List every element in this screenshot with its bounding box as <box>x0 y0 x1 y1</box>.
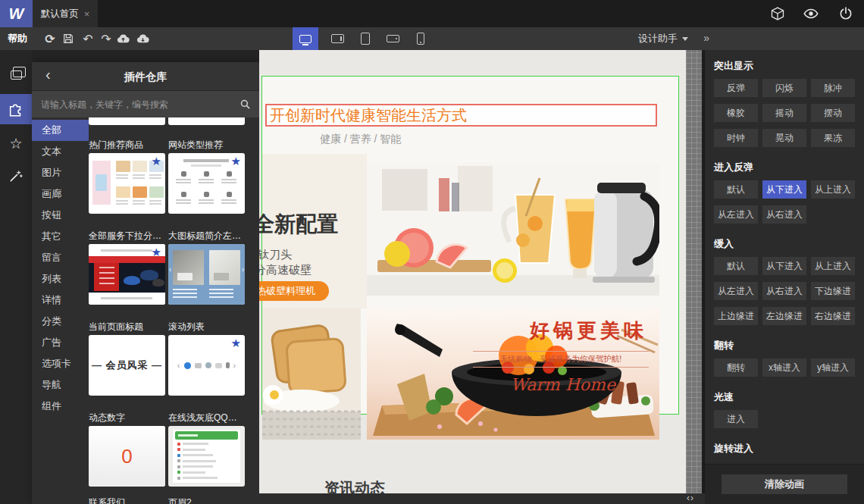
pages-icon[interactable] <box>0 60 32 90</box>
plugin-item[interactable]: 网站类型推荐★ <box>168 139 245 214</box>
animation-option-button[interactable]: 右边缘进 <box>811 307 855 325</box>
category-item[interactable]: 其它 <box>32 226 89 247</box>
category-item[interactable]: 全部 <box>32 120 89 141</box>
design-assistant-dropdown[interactable]: 设计助手 <box>638 27 688 50</box>
plugin-item[interactable]: 热门推荐商品★ <box>89 139 165 214</box>
plugin-thumbnail[interactable]: ★ <box>89 153 165 214</box>
animation-option-button[interactable]: 上边缘进 <box>714 307 758 325</box>
refresh-icon[interactable]: ⟳ <box>42 27 58 50</box>
magic-wand-icon[interactable] <box>0 161 32 191</box>
animation-option-button[interactable]: 从左进入 <box>714 282 758 300</box>
favorite-star-icon[interactable]: ★ <box>152 155 161 167</box>
feature-block[interactable]: 全新配置 钛刀头 分高速破壁 热破壁料理机 <box>262 154 367 308</box>
category-item[interactable]: 按钮 <box>32 205 89 226</box>
kettle-photo[interactable] <box>367 163 659 296</box>
category-item[interactable]: 列表 <box>32 268 89 290</box>
animation-option-button[interactable]: 摇动 <box>762 104 806 122</box>
animation-option-button[interactable]: 从右进入 <box>762 282 806 300</box>
plugin-item[interactable]: 当前页面标题— 会员风采 — <box>89 321 165 396</box>
animation-option-button[interactable]: 下边缘进 <box>811 282 855 300</box>
app-logo[interactable]: W <box>0 0 33 27</box>
close-tab-icon[interactable]: × <box>84 8 90 20</box>
selected-section-outline[interactable]: 开创新时代健康智能生活方式 健康 / 营养 / 智能 全新配置 钛刀头 分高速破… <box>261 76 679 415</box>
category-item[interactable]: 详情 <box>32 290 89 311</box>
cloud-download-icon[interactable] <box>135 27 150 50</box>
plugin-item[interactable]: 滚动列表‹›★ <box>168 321 245 396</box>
toolbar-more-chevron[interactable]: » <box>703 27 709 50</box>
animation-option-button[interactable]: 从上进入 <box>811 257 855 275</box>
plugin-thumbnail[interactable]: — 会员风采 — <box>89 335 165 396</box>
animation-option-button[interactable]: 默认 <box>714 180 758 199</box>
animation-option-button[interactable]: 从上进入 <box>811 180 855 199</box>
hero-title-element[interactable]: 开创新时代健康智能生活方式 <box>265 104 657 127</box>
plugin-item[interactable]: 动态数字0 <box>89 412 165 487</box>
animation-option-button[interactable]: 从下进入 <box>762 180 806 199</box>
category-item[interactable]: 留言 <box>32 247 89 268</box>
device-phone-landscape-button[interactable] <box>380 27 405 50</box>
animation-option-button[interactable]: 翻转 <box>714 358 758 377</box>
help-button[interactable]: 帮助 <box>8 27 27 50</box>
search-icon[interactable] <box>239 98 252 111</box>
category-item[interactable]: 图片 <box>32 162 89 183</box>
animation-option-button[interactable]: 从左进入 <box>714 205 758 224</box>
category-item[interactable]: 画廊 <box>32 183 89 205</box>
plugin-item[interactable]: 全部服务下拉分类带...★ <box>89 230 165 305</box>
plugin-item[interactable]: 大图标题简介左右切...‹› <box>168 230 245 305</box>
animation-option-button[interactable]: 左边缘进 <box>762 307 806 325</box>
animation-option-button[interactable]: 时钟 <box>714 129 758 147</box>
category-item[interactable]: 文本 <box>32 141 89 162</box>
animation-option-button[interactable]: 脉冲 <box>811 79 855 97</box>
device-desktop-button[interactable] <box>293 27 318 50</box>
favorite-star-icon[interactable]: ★ <box>152 246 161 258</box>
device-phone-portrait-button[interactable] <box>408 27 434 50</box>
plugin-thumbnail[interactable]: ‹›★ <box>168 335 245 396</box>
device-tablet-button[interactable] <box>352 27 378 50</box>
preview-eye-icon[interactable] <box>803 6 819 21</box>
category-item[interactable]: 选项卡 <box>32 353 89 374</box>
toast-photo[interactable] <box>262 308 361 440</box>
redo-icon[interactable]: ↷ <box>99 27 114 50</box>
plugin-thumbnail[interactable] <box>168 426 245 487</box>
animation-option-button[interactable]: 从右进入 <box>762 205 806 224</box>
plugin-search-input[interactable] <box>32 91 229 117</box>
page-tab[interactable]: 默认首页 × <box>33 0 98 27</box>
favorite-star-icon[interactable]: ★ <box>231 337 241 349</box>
components-cube-icon[interactable] <box>770 6 785 21</box>
animation-option-button[interactable]: 从下进入 <box>762 257 806 275</box>
category-item[interactable]: 导航 <box>32 374 89 396</box>
animation-option-button[interactable]: 晃动 <box>762 129 806 147</box>
plugin-thumbnail[interactable]: ‹› <box>168 244 245 305</box>
favorites-star-icon[interactable]: ☆ <box>0 128 32 158</box>
plugins-puzzle-icon[interactable] <box>0 94 32 124</box>
hero-subtitle[interactable]: 健康 / 营养 / 智能 <box>320 133 401 146</box>
animation-option-button[interactable]: 摆动 <box>811 104 855 122</box>
category-item[interactable]: 分类 <box>32 311 89 332</box>
undo-icon[interactable]: ↶ <box>80 27 95 50</box>
category-item[interactable]: 广告 <box>32 332 89 353</box>
animation-option-button[interactable]: 橡胶 <box>714 104 758 122</box>
plugin-thumbnail[interactable]: ★ <box>168 153 245 214</box>
power-exit-icon[interactable] <box>838 6 853 21</box>
animation-option-button[interactable]: 默认 <box>714 257 758 275</box>
clear-animation-button[interactable]: 清除动画 <box>722 474 847 494</box>
favorite-star-icon[interactable]: ★ <box>231 155 241 167</box>
animation-option-button[interactable]: y轴进入 <box>811 358 855 377</box>
animation-option-button[interactable]: 反弹 <box>714 79 758 97</box>
cloud-upload-icon[interactable] <box>115 27 130 50</box>
feature-button[interactable]: 热破壁料理机 <box>259 281 329 301</box>
category-item[interactable]: 组件 <box>32 396 89 417</box>
plugin-thumbnail[interactable]: ★ <box>89 244 165 305</box>
design-canvas[interactable]: 开创新时代健康智能生活方式 健康 / 营养 / 智能 全新配置 钛刀头 分高速破… <box>259 50 686 493</box>
canvas-scrollbar[interactable] <box>686 50 703 493</box>
device-laptop-button[interactable] <box>324 27 350 50</box>
animation-option-button[interactable]: x轴进入 <box>762 358 806 377</box>
save-icon[interactable] <box>61 27 76 50</box>
code-view-icon[interactable]: ‹› <box>687 493 694 504</box>
wok-banner-photo[interactable]: 好锅更美味 无忧购物，至诚服务为你保驾护航! Warm Home <box>367 308 659 440</box>
animation-option-button[interactable]: 进入 <box>714 410 758 428</box>
animation-section-title: 翻转 <box>714 339 855 352</box>
plugin-thumbnail[interactable]: 0 <box>89 426 165 487</box>
plugin-item[interactable]: 在线浅灰底QQ客服 <box>168 412 245 487</box>
animation-option-button[interactable]: 果冻 <box>811 129 855 147</box>
animation-option-button[interactable]: 闪烁 <box>762 79 806 97</box>
